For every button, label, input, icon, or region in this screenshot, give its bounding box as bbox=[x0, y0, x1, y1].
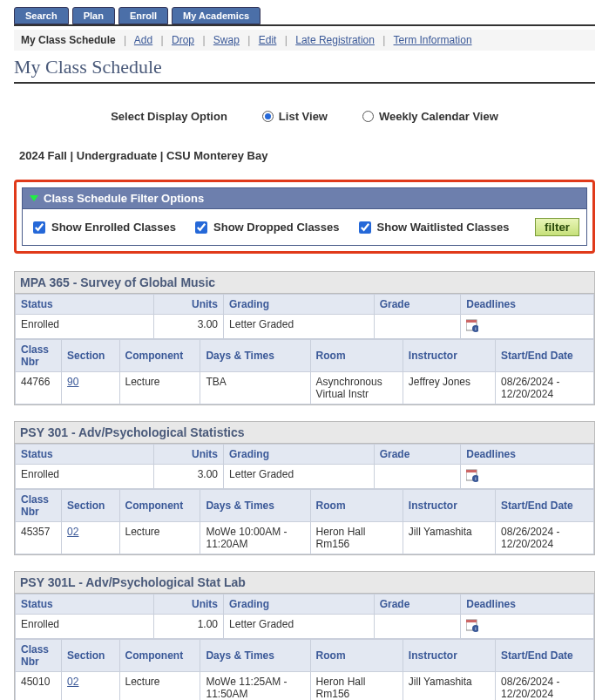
cb-waitlisted-label[interactable]: Show Waitlisted Classes bbox=[355, 219, 510, 236]
cell-days: TBA bbox=[200, 372, 310, 404]
th-dates: Start/End Date bbox=[496, 340, 594, 372]
svg-text:i: i bbox=[476, 326, 477, 331]
deadlines-icon[interactable]: i bbox=[466, 318, 478, 332]
svg-text:i: i bbox=[476, 626, 477, 631]
cb-dropped-label[interactable]: Show Dropped Classes bbox=[192, 219, 339, 236]
th-classnbr: Class Nbr bbox=[16, 490, 62, 522]
course-detail-table: Class NbrSectionComponentDays & TimesRoo… bbox=[15, 489, 594, 554]
radio-calendar-view[interactable]: Weekly Calendar View bbox=[362, 110, 498, 123]
cell-dates: 08/26/2024 - 12/20/2024 bbox=[496, 522, 594, 554]
course-title: PSY 301 - Adv/Psychological Statistics bbox=[15, 422, 594, 444]
course-summary-table: StatusUnitsGradingGradeDeadlinesEnrolled… bbox=[15, 294, 594, 339]
subnav-current: My Class Schedule bbox=[21, 34, 116, 46]
tab-plan[interactable]: Plan bbox=[72, 7, 115, 24]
th-section: Section bbox=[62, 490, 119, 522]
subnav-terminfo[interactable]: Term Information bbox=[394, 34, 472, 46]
cell-section[interactable]: 02 bbox=[62, 672, 119, 701]
tab-enroll[interactable]: Enroll bbox=[118, 7, 168, 24]
cell-grade bbox=[374, 315, 461, 339]
cell-component: Lecture bbox=[119, 522, 200, 554]
th-deadlines: Deadlines bbox=[461, 445, 594, 465]
table-row: 4476690LectureTBAAsynchronous Virtual In… bbox=[16, 372, 594, 404]
courses-container: MPA 365 - Survey of Global MusicStatusUn… bbox=[14, 271, 595, 700]
th-instructor: Instructor bbox=[403, 490, 495, 522]
course-detail-table: Class NbrSectionComponentDays & TimesRoo… bbox=[15, 339, 594, 404]
course-block: PSY 301 - Adv/Psychological StatisticsSt… bbox=[14, 421, 595, 555]
course-title: PSY 301L - Adv/Psychological Stat Lab bbox=[15, 572, 594, 594]
th-classnbr: Class Nbr bbox=[16, 340, 62, 372]
cell-section[interactable]: 02 bbox=[62, 522, 119, 554]
svg-text:i: i bbox=[476, 476, 477, 481]
table-row: Enrolled3.00Letter Gradedi bbox=[16, 315, 594, 339]
course-summary-table: StatusUnitsGradingGradeDeadlinesEnrolled… bbox=[15, 594, 594, 639]
deadlines-icon[interactable]: i bbox=[466, 618, 478, 632]
table-row: 4535702LectureMoWe 10:00AM - 11:20AMHero… bbox=[16, 522, 594, 554]
cb-waitlisted[interactable] bbox=[359, 221, 371, 234]
th-room: Room bbox=[310, 340, 403, 372]
radio-icon[interactable] bbox=[362, 111, 374, 122]
top-tabs: Search Plan Enroll My Academics bbox=[14, 7, 595, 26]
svg-rect-5 bbox=[466, 470, 477, 472]
cell-grading: Letter Graded bbox=[224, 465, 375, 489]
cell-room: Asynchronous Virtual Instr bbox=[310, 372, 403, 404]
radio-icon[interactable] bbox=[262, 111, 274, 122]
th-status: Status bbox=[16, 445, 154, 465]
radio-list-view[interactable]: List View bbox=[262, 110, 328, 123]
th-grade: Grade bbox=[374, 595, 461, 615]
filter-header[interactable]: Class Schedule Filter Options bbox=[22, 187, 587, 209]
collapse-icon[interactable] bbox=[30, 195, 38, 201]
th-grade: Grade bbox=[374, 445, 461, 465]
th-component: Component bbox=[119, 490, 200, 522]
cb-dropped[interactable] bbox=[195, 221, 207, 234]
cell-deadlines[interactable]: i bbox=[461, 465, 594, 489]
cb-enrolled[interactable] bbox=[33, 221, 45, 234]
th-dates: Start/End Date bbox=[496, 490, 594, 522]
th-instructor: Instructor bbox=[403, 640, 495, 672]
cell-grade bbox=[374, 615, 461, 639]
th-dates: Start/End Date bbox=[496, 640, 594, 672]
cell-component: Lecture bbox=[119, 672, 200, 701]
display-option-label: Select Display Option bbox=[111, 110, 227, 123]
th-classnbr: Class Nbr bbox=[16, 640, 62, 672]
subnav-swap[interactable]: Swap bbox=[213, 34, 240, 46]
th-days: Days & Times bbox=[200, 340, 310, 372]
cell-grading: Letter Graded bbox=[224, 615, 375, 639]
tab-myacademics[interactable]: My Academics bbox=[172, 7, 261, 24]
subnav-latereg[interactable]: Late Registration bbox=[295, 34, 375, 46]
table-row: Enrolled3.00Letter Gradedi bbox=[16, 465, 594, 489]
th-status: Status bbox=[16, 595, 154, 615]
cell-nbr: 44766 bbox=[16, 372, 62, 404]
cb-enrolled-label[interactable]: Show Enrolled Classes bbox=[30, 219, 176, 236]
cell-status: Enrolled bbox=[16, 315, 154, 339]
cell-section[interactable]: 90 bbox=[62, 372, 119, 404]
display-option-row: Select Display Option List View Weekly C… bbox=[14, 110, 595, 123]
cell-deadlines[interactable]: i bbox=[461, 315, 594, 339]
cell-instructor: Jeffrey Jones bbox=[403, 372, 495, 404]
cb-dropped-text: Show Dropped Classes bbox=[213, 221, 339, 234]
th-instructor: Instructor bbox=[403, 340, 495, 372]
cell-room: Heron Hall Rm156 bbox=[310, 522, 403, 554]
th-room: Room bbox=[310, 640, 403, 672]
subnav-drop[interactable]: Drop bbox=[172, 34, 194, 46]
tab-search[interactable]: Search bbox=[14, 7, 69, 24]
th-section: Section bbox=[62, 340, 119, 372]
cell-room: Heron Hall Rm156 bbox=[310, 672, 403, 701]
page-title: My Class Schedule bbox=[14, 56, 595, 84]
th-component: Component bbox=[119, 340, 200, 372]
deadlines-icon[interactable]: i bbox=[466, 468, 478, 482]
subnav-add[interactable]: Add bbox=[134, 34, 152, 46]
cb-enrolled-text: Show Enrolled Classes bbox=[51, 221, 176, 234]
subnav-edit[interactable]: Edit bbox=[259, 34, 277, 46]
th-grading: Grading bbox=[224, 595, 375, 615]
subnav: My Class Schedule | Add | Drop | Swap | … bbox=[14, 30, 595, 51]
cell-grading: Letter Graded bbox=[224, 315, 375, 339]
th-units: Units bbox=[154, 595, 224, 615]
radio-cal-label: Weekly Calendar View bbox=[379, 110, 498, 123]
filter-button[interactable]: filter bbox=[535, 218, 579, 236]
course-block: MPA 365 - Survey of Global MusicStatusUn… bbox=[14, 271, 595, 405]
cell-status: Enrolled bbox=[16, 465, 154, 489]
cell-deadlines[interactable]: i bbox=[461, 615, 594, 639]
svg-rect-1 bbox=[466, 320, 477, 323]
th-grading: Grading bbox=[224, 445, 375, 465]
th-room: Room bbox=[310, 490, 403, 522]
